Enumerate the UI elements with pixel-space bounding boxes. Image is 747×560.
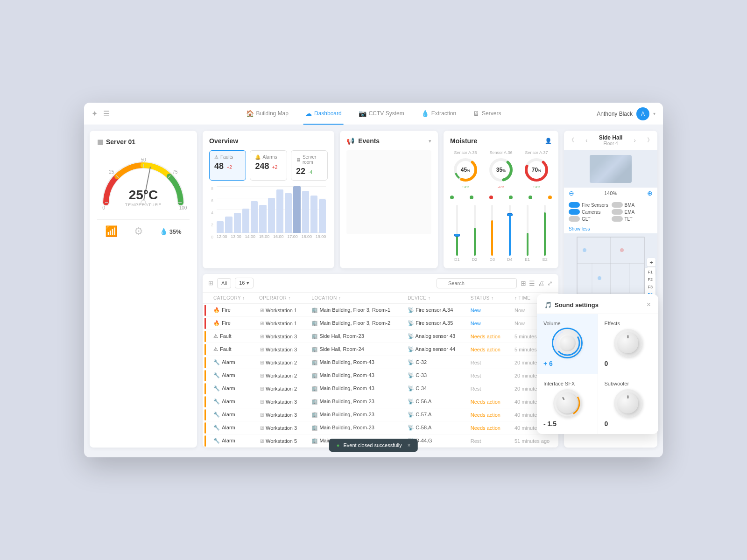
grid-view-icon[interactable]: ⊞ xyxy=(521,280,526,287)
alarms-card[interactable]: 🔔 Alarms 248 +2 xyxy=(250,150,287,181)
map-prev-prev[interactable]: 《 xyxy=(569,136,574,144)
map-prev[interactable]: ‹ xyxy=(585,137,587,144)
dashboard-icon: ☁ xyxy=(305,110,312,117)
subwoofer-knob-container[interactable] xyxy=(614,389,642,417)
server-room-icon: 🖥 xyxy=(296,157,301,162)
app-window: ✦ ☰ 🏠 Building Map ☁ Dashboard 📷 CCTV Sy… xyxy=(84,103,663,457)
interface-sfx-knob[interactable] xyxy=(553,389,581,417)
category-cell: 🔧Alarm xyxy=(208,369,254,382)
toast-check-icon: ● xyxy=(337,442,340,448)
faults-card[interactable]: ⚠ Faults 48 +2 xyxy=(209,150,246,181)
bma-toggle[interactable] xyxy=(612,202,623,208)
nav-cctv[interactable]: 📷 CCTV System xyxy=(357,103,406,125)
subwoofer-knob[interactable] xyxy=(614,389,642,417)
menu-icon[interactable]: ☰ xyxy=(103,109,110,118)
volume-knob-container[interactable] xyxy=(553,329,581,357)
show-less-btn[interactable]: Show less xyxy=(564,224,657,233)
device-col-header[interactable]: DEVICE ↑ xyxy=(402,293,465,304)
status-cell: Needs action xyxy=(465,421,509,434)
chart-container: 86420 xyxy=(209,186,328,239)
bar-13 xyxy=(319,199,326,233)
device-cell: 📡 Analog sensor 43 xyxy=(402,330,465,343)
priority-indicator xyxy=(203,356,208,369)
location-cell: 🏢 Main Building, Room-23 xyxy=(306,421,402,434)
map-next-next[interactable]: 》 xyxy=(647,136,653,144)
floor-f2[interactable]: F2 xyxy=(646,276,655,283)
effects-knob[interactable] xyxy=(614,329,642,357)
priority-bar xyxy=(204,409,206,420)
priority-indicator xyxy=(203,343,208,356)
priority-bar xyxy=(204,435,206,447)
bar-5 xyxy=(251,201,258,233)
priority-indicator xyxy=(203,395,208,408)
filter-count-button[interactable]: 16 ▾ xyxy=(235,278,253,288)
volume-knob[interactable] xyxy=(553,329,581,357)
zoom-out-btn[interactable]: ⊖ xyxy=(569,189,574,197)
map-zoom-controls: ⊖ 140% ⊕ xyxy=(564,188,657,199)
priority-bar xyxy=(204,396,206,407)
fire-sensors-toggle[interactable] xyxy=(569,202,580,208)
bar-4 xyxy=(242,209,249,233)
nav-servers[interactable]: 🖥 Servers xyxy=(471,103,503,125)
floor-f1[interactable]: F1 xyxy=(646,269,655,275)
location-cell: 🏢 Side Hall, Room-24 xyxy=(306,343,402,356)
operator-cell: 🖥 Workstation 3 xyxy=(254,330,306,343)
operator-col-header[interactable]: OPERATOR ↑ xyxy=(254,293,306,304)
avatar[interactable]: A xyxy=(636,107,649,120)
sound-modal-title: 🎵 Sound settings xyxy=(544,301,599,308)
category-cell: 🔥Fire xyxy=(208,317,254,330)
events-content xyxy=(346,150,431,234)
bar-2 xyxy=(225,217,232,233)
server-room-card[interactable]: 🖥 Server room 22 -4 xyxy=(291,150,328,181)
overview-panel: Overview ⚠ Faults 48 +2 xyxy=(203,131,334,268)
search-input[interactable] xyxy=(437,278,517,288)
map-legend: Fire Sensors BMA Cameras EMA xyxy=(564,199,657,224)
effects-knob-container[interactable] xyxy=(614,329,642,357)
nav-dashboard[interactable]: ☁ Dashboard xyxy=(303,103,344,125)
location-cell: 🏢 Main Building, Floor 3, Room-1 xyxy=(306,304,402,317)
zoom-plus-btn[interactable]: + xyxy=(647,258,655,266)
location-cell: 🏢 Main Building, Room-43 xyxy=(306,382,402,395)
floor-f3[interactable]: F3 xyxy=(646,284,655,290)
building-icon: 🏠 xyxy=(246,110,254,117)
events-panel: 📢 Events ▾ xyxy=(340,131,438,268)
svg-text:50: 50 xyxy=(141,157,146,162)
moisture-header: Moisture 👤 xyxy=(450,137,552,145)
sensor-a37: Sensor A.37 70% +3% xyxy=(521,150,552,189)
nav-building-map[interactable]: 🏠 Building Map xyxy=(244,103,290,125)
zoom-in-btn[interactable]: ⊕ xyxy=(647,189,653,197)
events-dropdown[interactable]: ▾ xyxy=(429,138,431,144)
server-room-value: 22 -4 xyxy=(296,167,323,176)
bar-7 xyxy=(268,198,275,233)
toast-message: Event closed successfully xyxy=(343,442,402,448)
tlt-toggle[interactable] xyxy=(612,216,623,222)
moisture-title: Moisture xyxy=(450,137,477,145)
status-cell: Needs action xyxy=(465,343,509,356)
export-icon[interactable]: ⤢ xyxy=(547,280,553,287)
dropdown-arrow[interactable]: ▾ xyxy=(653,111,655,116)
nav-extraction[interactable]: 💧 Extraction xyxy=(419,103,458,125)
operator-cell: 🖥 Workstation 3 xyxy=(254,421,306,434)
toast-close-btn[interactable]: × xyxy=(408,442,410,448)
fan-indicator: ⚙ xyxy=(134,225,143,238)
status-col-header[interactable]: STATUS ↑ xyxy=(465,293,509,304)
print-icon[interactable]: 🖨 xyxy=(538,280,544,287)
temperature-display: 25°C TEMPERATURE xyxy=(125,188,162,207)
filter-all-button[interactable]: All xyxy=(217,278,231,288)
ema-toggle[interactable] xyxy=(612,209,623,215)
category-col-header[interactable]: CATEGORY ↑ xyxy=(208,293,254,304)
time-cell: 51 minutes ago xyxy=(509,434,558,448)
map-next[interactable]: › xyxy=(634,137,636,144)
sensor-dot-row xyxy=(450,194,552,201)
cameras-toggle[interactable] xyxy=(569,209,580,215)
grid-icon[interactable]: ✦ xyxy=(92,109,98,118)
humidity-indicator: 💧 35% xyxy=(160,228,182,235)
location-col-header[interactable]: LOCATION ↑ xyxy=(306,293,402,304)
bar-1 xyxy=(217,221,224,233)
volume-control: Volume + 6 xyxy=(537,314,598,374)
sound-modal-close-btn[interactable]: × xyxy=(647,301,651,309)
glt-toggle[interactable] xyxy=(569,216,580,222)
list-view-icon[interactable]: ☰ xyxy=(529,280,535,287)
interface-sfx-knob-container[interactable] xyxy=(553,389,581,417)
device-cell: 📡 C-56.A xyxy=(402,395,465,408)
